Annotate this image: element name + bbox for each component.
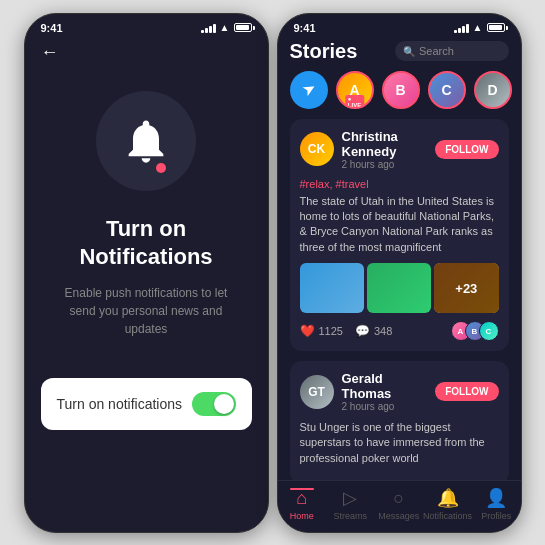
follow-button-1[interactable]: FOLLOW: [435, 140, 498, 159]
time-left: 9:41: [41, 22, 63, 34]
profiles-nav-icon: 👤: [485, 487, 507, 509]
messages-nav-icon: ○: [393, 488, 404, 509]
story-item-2[interactable]: B: [382, 71, 420, 109]
active-indicator: [290, 488, 314, 490]
follow-button-2[interactable]: FOLLOW: [435, 382, 498, 401]
time-right: 9:41: [294, 22, 316, 34]
comments-stat[interactable]: 💬 348: [355, 324, 392, 338]
nav-home[interactable]: ⌂ Home: [278, 488, 327, 521]
streams-nav-label: Streams: [333, 511, 367, 521]
post-image-car: [300, 263, 364, 313]
bell-background: [96, 91, 196, 191]
nav-profiles[interactable]: 👤 Profiles: [472, 487, 521, 521]
post-time-2: 2 hours ago: [342, 401, 428, 412]
post-text-1: The state of Utah in the United States i…: [300, 194, 499, 256]
toggle-row[interactable]: Turn on notifications: [41, 378, 252, 430]
stat-avatars: A B C: [457, 321, 499, 341]
status-bar-left: 9:41 ▲: [25, 14, 268, 38]
notification-title: Turn onNotifications: [25, 215, 268, 284]
story-avatar-4: D: [474, 71, 512, 109]
post-text-2: Stu Unger is one of the biggest supersta…: [300, 420, 499, 466]
nav-messages[interactable]: ○ Messages: [375, 488, 424, 521]
telegram-icon: ➤: [299, 78, 320, 101]
bell-icon: [120, 115, 172, 167]
search-placeholder: Search: [419, 45, 454, 57]
nav-notifications[interactable]: 🔔 Notifications: [423, 487, 472, 521]
post-name-2: Gerald Thomas: [342, 371, 428, 401]
profiles-nav-label: Profiles: [481, 511, 511, 521]
search-bar[interactable]: 🔍 Search: [395, 41, 509, 61]
bottom-navigation: ⌂ Home ▷ Streams ○ Messages 🔔 Notificati…: [278, 480, 521, 532]
more-images-overlay: +23: [434, 263, 498, 313]
stories-header: Stories 🔍 Search: [278, 38, 521, 71]
stories-title: Stories: [290, 40, 388, 63]
messages-nav-label: Messages: [378, 511, 419, 521]
notifications-nav-label: Notifications: [423, 511, 472, 521]
post-header-1: CK Christina Kennedy 2 hours ago FOLLOW: [300, 129, 499, 170]
home-nav-label: Home: [290, 511, 314, 521]
toggle-knob: [214, 394, 234, 414]
streams-nav-icon: ▷: [343, 487, 357, 509]
post-header-2: GT Gerald Thomas 2 hours ago FOLLOW: [300, 371, 499, 412]
story-avatar-2: B: [382, 71, 420, 109]
toggle-switch[interactable]: [192, 392, 236, 416]
right-phone: 9:41 ▲ Stories 🔍 Search: [277, 13, 522, 533]
left-phone: 9:41 ▲ ←: [24, 13, 269, 533]
telegram-avatar: ➤: [290, 71, 328, 109]
story-avatar-3: C: [428, 71, 466, 109]
stories-row: ➤ A ● LIVE B C D: [278, 71, 521, 119]
post-images-1: +23: [300, 263, 499, 313]
post-name-1: Christina Kennedy: [342, 129, 428, 159]
post-card-2: GT Gerald Thomas 2 hours ago FOLLOW Stu …: [290, 361, 509, 484]
heart-icon: ❤️: [300, 324, 315, 338]
notifications-nav-icon: 🔔: [437, 487, 459, 509]
bell-section: [25, 71, 268, 215]
wifi-icon-right: ▲: [473, 22, 483, 33]
post-time-1: 2 hours ago: [342, 159, 428, 170]
comment-icon: 💬: [355, 324, 370, 338]
post-stats-1: ❤️ 1125 💬 348 A B C: [300, 321, 499, 341]
story-item-live[interactable]: A ● LIVE: [336, 71, 374, 109]
story-item-4[interactable]: D: [474, 71, 512, 109]
live-badge: ● LIVE: [345, 95, 364, 109]
toggle-label: Turn on notifications: [57, 396, 183, 412]
post-image-more: +23: [434, 263, 498, 313]
post-image-nature: [367, 263, 431, 313]
wifi-icon: ▲: [220, 22, 230, 33]
likes-stat[interactable]: ❤️ 1125: [300, 324, 343, 338]
battery-icon: [234, 23, 252, 32]
post-avatar-2: GT: [300, 375, 334, 409]
story-item-telegram[interactable]: ➤: [290, 71, 328, 109]
signal-icon-right: [454, 23, 469, 33]
mini-avatar-3: C: [479, 321, 499, 341]
post-meta-1: Christina Kennedy 2 hours ago: [342, 129, 428, 170]
back-button[interactable]: ←: [25, 38, 268, 71]
search-icon: 🔍: [403, 46, 415, 57]
post-card-1: CK Christina Kennedy 2 hours ago FOLLOW …: [290, 119, 509, 352]
comments-count: 348: [374, 325, 392, 337]
notification-subtitle: Enable push notifications to let send yo…: [25, 284, 268, 378]
status-icons-right: ▲: [454, 22, 505, 33]
battery-icon-right: [487, 23, 505, 32]
story-avatar-1: A ● LIVE: [336, 71, 374, 109]
home-nav-icon: ⌂: [296, 488, 307, 509]
likes-count: 1125: [319, 325, 343, 337]
signal-icon: [201, 23, 216, 33]
nav-streams[interactable]: ▷ Streams: [326, 487, 375, 521]
status-bar-right: 9:41 ▲: [278, 14, 521, 38]
status-icons-left: ▲: [201, 22, 252, 33]
post-tags-1: #relax, #travel: [300, 178, 499, 190]
post-avatar-1: CK: [300, 132, 334, 166]
story-item-3[interactable]: C: [428, 71, 466, 109]
notification-dot: [156, 163, 166, 173]
post-meta-2: Gerald Thomas 2 hours ago: [342, 371, 428, 412]
